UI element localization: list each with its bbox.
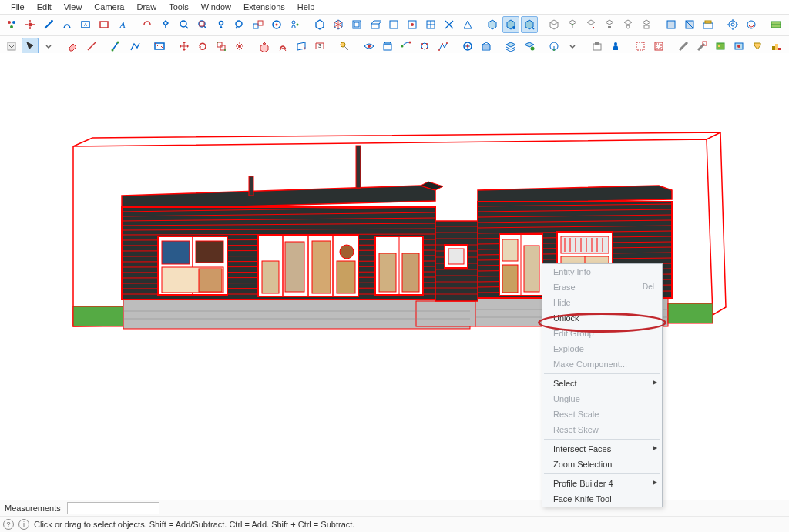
tool-icon[interactable] (632, 38, 649, 55)
person-icon[interactable] (607, 38, 624, 55)
tool-icon[interactable] (546, 16, 562, 33)
tool-icon[interactable] (385, 16, 402, 33)
tool-icon[interactable] (379, 38, 396, 55)
rectangle-tool-icon[interactable] (151, 38, 168, 55)
tool-icon[interactable] (157, 16, 174, 33)
tool-icon[interactable] (435, 38, 452, 55)
measurements-input[interactable] (67, 502, 159, 514)
tool-icon[interactable] (441, 16, 458, 33)
tool-icon[interactable] (601, 16, 618, 33)
svg-point-61 (446, 42, 448, 44)
info-icon[interactable]: i (18, 519, 29, 530)
tool-icon[interactable] (564, 16, 581, 33)
menu-extensions[interactable]: Extensions (237, 1, 291, 13)
help-icon[interactable]: ? (3, 519, 14, 530)
tool-icon[interactable] (589, 38, 606, 55)
tool-icon[interactable] (767, 16, 784, 33)
tool-icon[interactable] (502, 16, 519, 33)
tool-icon[interactable] (700, 16, 717, 33)
tool-icon[interactable] (96, 16, 112, 33)
dropdown-icon[interactable] (564, 38, 581, 55)
tool-icon[interactable] (176, 16, 193, 33)
tool-icon[interactable]: A (77, 16, 94, 33)
tool-icon[interactable] (367, 16, 384, 33)
rotate-tool-icon[interactable] (194, 38, 211, 55)
tool-icon[interactable] (416, 38, 433, 55)
tape-measure-icon[interactable] (336, 38, 353, 55)
menu-file[interactable]: File (5, 1, 31, 13)
context-menu-item[interactable]: Zoom Selection (542, 457, 662, 472)
tool-icon[interactable] (194, 16, 211, 33)
tool-icon[interactable] (40, 16, 57, 33)
line-tool-icon[interactable] (83, 38, 100, 55)
menu-draw[interactable]: Draw (130, 1, 163, 13)
tool-icon[interactable] (330, 16, 347, 33)
tool-icon[interactable] (22, 16, 39, 33)
tool-icon[interactable] (484, 16, 501, 33)
tool-icon[interactable] (311, 16, 328, 33)
tool-icon[interactable] (638, 16, 655, 33)
tool-icon[interactable]: 3 (311, 38, 328, 55)
tool-icon[interactable] (521, 16, 538, 33)
tool-icon[interactable] (348, 16, 365, 33)
tool-icon[interactable] (650, 38, 667, 55)
tool-icon[interactable] (459, 38, 476, 55)
tool-icon[interactable] (139, 16, 156, 33)
tool-icon[interactable] (663, 16, 680, 33)
tool-icon[interactable] (422, 16, 439, 33)
tool-icon[interactable]: ! (293, 38, 310, 55)
menu-edit[interactable]: Edit (31, 1, 58, 13)
tool-icon[interactable] (767, 38, 784, 55)
tool-icon[interactable] (712, 38, 729, 55)
tool-icon[interactable] (231, 16, 248, 33)
tool-icon[interactable] (213, 16, 230, 33)
eraser-icon[interactable] (65, 38, 82, 55)
dropdown-icon[interactable] (3, 38, 20, 55)
tool-icon[interactable] (250, 16, 267, 33)
menu-view[interactable]: View (58, 1, 89, 13)
menu-window[interactable]: Window (195, 1, 237, 13)
context-menu-item[interactable]: Intersect Faces▶ (542, 441, 662, 457)
tool-icon[interactable] (675, 38, 692, 55)
tool-icon[interactable] (619, 16, 636, 33)
push-pull-icon[interactable] (256, 38, 273, 55)
tool-icon[interactable] (546, 38, 562, 55)
tool-icon[interactable] (786, 16, 789, 33)
offset-tool-icon[interactable] (274, 38, 291, 55)
tool-icon[interactable] (693, 38, 710, 55)
tool-icon[interactable] (478, 38, 495, 55)
tool-icon[interactable] (126, 38, 143, 55)
tool-icon[interactable] (459, 16, 476, 33)
tool-icon[interactable] (743, 16, 760, 33)
tool-icon[interactable] (398, 38, 415, 55)
tool-icon[interactable] (59, 16, 76, 33)
menu-help[interactable]: Help (291, 1, 321, 13)
tool-icon[interactable] (749, 38, 766, 55)
scale-tool-icon[interactable] (213, 38, 230, 55)
menu-tools[interactable]: Tools (163, 1, 195, 13)
tool-icon[interactable] (3, 16, 20, 33)
select-tool-icon[interactable] (22, 38, 39, 55)
tool-icon[interactable] (730, 38, 747, 55)
tool-icon[interactable] (361, 38, 378, 55)
context-menu-item[interactable]: Profile Builder 4▶ (542, 476, 662, 491)
context-menu-item[interactable]: Unlock (542, 310, 662, 326)
dropdown-icon[interactable] (40, 38, 57, 55)
layers-icon[interactable] (502, 38, 519, 55)
context-menu-item[interactable]: Face Knife Tool (542, 491, 662, 507)
tool-icon[interactable] (521, 38, 538, 55)
viewport[interactable] (0, 53, 789, 500)
tool-icon[interactable] (724, 16, 741, 33)
move-tool-icon[interactable] (176, 38, 193, 55)
tool-icon[interactable] (681, 16, 698, 33)
tool-icon[interactable]: A (114, 16, 131, 33)
tool-icon[interactable] (287, 16, 304, 33)
tool-icon[interactable] (786, 38, 789, 55)
context-menu-item[interactable]: Select▶ (542, 376, 662, 391)
tool-icon[interactable] (583, 16, 599, 33)
tool-icon[interactable] (404, 16, 421, 33)
tool-icon[interactable] (231, 38, 248, 55)
tool-icon[interactable] (268, 16, 285, 33)
tool-icon[interactable] (108, 38, 125, 55)
menu-camera[interactable]: Camera (88, 1, 130, 13)
